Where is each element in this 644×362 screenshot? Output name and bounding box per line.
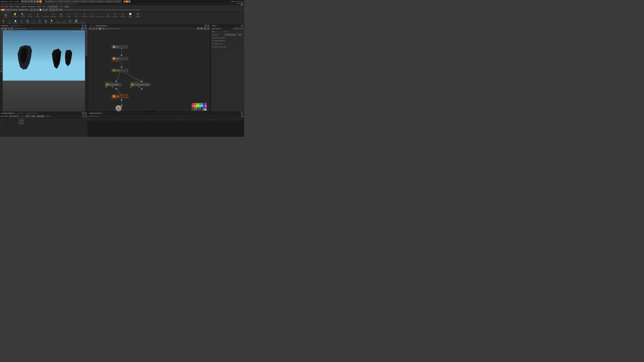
color-swatch[interactable]: [199, 105, 201, 107]
vp-tool-13[interactable]: ✦: [0, 59, 2, 61]
node-blast2[interactable]: ⚡ blast2 not: 0 1 2: [112, 95, 128, 99]
geo-icon-1[interactable]: ⊞: [9, 115, 11, 117]
shelf-rsgilight-btn[interactable]: ✦ RSGILight: [61, 18, 67, 24]
vp-right-8[interactable]: ⬆: [86, 47, 88, 49]
vp-expand-icon[interactable]: ⊞: [1, 27, 3, 30]
window-close-btn[interactable]: [124, 0, 126, 2]
color-swatch[interactable]: [205, 103, 206, 105]
node-rs-buildings-box[interactable]: ≈ RS_BUILDINGS: [105, 83, 122, 86]
vp-tool-select[interactable]: ↖: [0, 30, 2, 32]
color-swatch[interactable]: [199, 103, 201, 105]
vp-lock-icon[interactable]: 🔒: [4, 27, 7, 30]
geo-group-select[interactable]: View: [25, 115, 35, 118]
shelf-reviewxml-btn[interactable]: 📋 ReviewXML: [12, 18, 18, 24]
node-scatter1-box[interactable]: ⠿ scatter1: [112, 69, 128, 72]
node-blast1[interactable]: ⚡ blast1 not: selection: [112, 57, 128, 62]
geo-help-icon[interactable]: ?: [82, 115, 84, 117]
view-icon[interactable]: 👁: [33, 8, 36, 11]
vp-tool-transform[interactable]: ⤢: [0, 35, 2, 37]
color-swatch[interactable]: [201, 109, 203, 110]
light-btn[interactable]: ⬡ Light: [72, 12, 80, 18]
ng-canvas[interactable]: Indie Edition Geometry RRCG RRCG RRCG RR…: [88, 30, 210, 112]
vp-right-3[interactable]: ⤢: [86, 35, 88, 37]
props-icon-1[interactable]: ⚙: [212, 27, 214, 30]
geo-row-0[interactable]: 0 /media/tric...: [0, 120, 88, 121]
volume-light-btn[interactable]: ○ Volume Light: [42, 12, 50, 18]
vp-tool-10[interactable]: ▽: [0, 52, 2, 54]
menu-windows[interactable]: Windows: [20, 6, 27, 7]
ng-add-tab[interactable]: +: [108, 25, 110, 27]
cam-label[interactable]: ▾: [78, 31, 78, 32]
switcher-btn[interactable]: ⟳ Switches: [112, 12, 119, 18]
display-icon[interactable]: □: [55, 8, 58, 11]
props-icon-5[interactable]: ⚙: [241, 27, 244, 30]
tab-tricecold2[interactable]: tricecold Wor...: [72, 0, 80, 3]
delete-unused-groups-checkbox[interactable]: [212, 46, 214, 48]
viewport-canvas[interactable]: ↖ 👁 ⤢ ↺ ⤡ ⊕ ◈ □ △ ▽ ◯ ⬡ ✦ ⤣ ⊞ ∿ ⟳ 🔊: [0, 30, 88, 112]
vp-tool-8[interactable]: □: [0, 47, 2, 49]
gamepad-camera-btn[interactable]: 🎮 Gamepad Camera: [134, 12, 142, 18]
menu-edit[interactable]: Edit: [4, 6, 8, 7]
workspace-icon[interactable]: ⊞: [240, 3, 243, 5]
geometry-light-btn[interactable]: ◈ Geometry: [34, 12, 42, 18]
shelf-octree-btn[interactable]: 🌲 OcTree: [18, 18, 24, 24]
vp-tool-12[interactable]: ⬡: [0, 56, 2, 58]
vp-tool-rotate[interactable]: ↺: [0, 37, 2, 39]
ng-search-icon[interactable]: 🔍: [200, 27, 203, 30]
spot-light-btn[interactable]: 🔦 Spot Light: [19, 12, 26, 18]
geo-icon-4[interactable]: ⚙: [16, 115, 19, 117]
shelf-objparms-btn[interactable]: ⚙ ObjParms: [36, 18, 42, 24]
node-rs-buildings[interactable]: Attribute Wrangle ≈ RS_BUILDINGS: [105, 82, 122, 87]
tab-render[interactable]: render: [57, 0, 63, 3]
node-scatter1[interactable]: ⠿ scatter1: [112, 69, 128, 72]
color-swatch[interactable]: [194, 103, 196, 105]
shelf-rslightfilter-btn[interactable]: 🔳 RSLightFilter: [73, 18, 79, 24]
vr-cameras-btn[interactable]: 👁 VR Cameras: [119, 12, 126, 18]
layout-icon[interactable]: ⊞: [45, 8, 48, 11]
vp-tool-scale[interactable]: ⤡: [0, 40, 2, 42]
task-graph-tab[interactable]: Task Graph Table: [10, 25, 21, 26]
houdini-icon[interactable]: H: [39, 0, 42, 3]
tab-elinfallen[interactable]: EInFalInk_...: [89, 0, 96, 3]
color-swatch[interactable]: [199, 109, 201, 110]
props-grouptype-select[interactable]: Guess from Group: [224, 33, 242, 36]
ng-back-icon[interactable]: ←: [89, 27, 92, 30]
tab-citywalls[interactable]: icityWalls_W...: [105, 0, 113, 3]
panel-menu-icon[interactable]: ☰: [82, 25, 84, 27]
vp-tool-view[interactable]: 👁: [0, 33, 2, 35]
tab-simplescreen[interactable]: SimpleScreen...: [96, 0, 105, 3]
vp-tool-17[interactable]: ⟳: [0, 68, 2, 70]
ng-tab-1[interactable]: invis2: [88, 25, 94, 26]
window-min-btn[interactable]: [126, 0, 128, 2]
props-icon-3[interactable]: ⊞: [236, 27, 238, 30]
geo-tab-python[interactable]: Python Shell: [15, 112, 25, 114]
blast-tool-btn[interactable]: Blast: [1, 9, 5, 11]
add-panel-tab[interactable]: +: [21, 25, 24, 27]
node-instance1[interactable]: instance1 🔒 ⚙: [116, 105, 122, 112]
vp-right-9[interactable]: ⬇: [86, 49, 88, 51]
geo-options-icon[interactable]: ⚙: [85, 115, 87, 117]
window-max-btn[interactable]: [128, 0, 130, 2]
props-icon-4[interactable]: ?: [238, 27, 241, 30]
timeline-icon-1[interactable]: ⚙: [241, 115, 244, 117]
vp-right-2[interactable]: ⊟: [86, 33, 88, 35]
tab-scifi[interactable]: [Sci_Fi_Cha...: [114, 0, 122, 3]
color-swatch[interactable]: [203, 105, 204, 107]
geo-menu-icon[interactable]: ☰: [82, 112, 84, 114]
color-swatch[interactable]: [205, 109, 206, 110]
nocam-label[interactable]: No cam: [79, 31, 83, 32]
vp-right-1[interactable]: ⊞: [86, 30, 88, 32]
shelf-curvforms-btn[interactable]: 〜 CurvForms: [30, 18, 36, 24]
vp-right-4[interactable]: ▲: [86, 37, 88, 39]
color-swatch[interactable]: [203, 109, 204, 110]
geo-table-container[interactable]: instancefile 0 /media/tric... 1 /media/t…: [0, 118, 88, 137]
app-icon-5[interactable]: 🌐: [33, 0, 36, 3]
camera-btn[interactable]: 📷 Camera: [2, 12, 10, 18]
select-icon[interactable]: ↖: [30, 8, 33, 11]
vp-help-icon[interactable]: ?: [84, 27, 87, 30]
vp-anim-icon[interactable]: ▶: [11, 27, 14, 30]
scene-view-tab[interactable]: Scene View: [0, 25, 10, 26]
color-swatch[interactable]: [201, 107, 203, 109]
menu-renderman[interactable]: RenderMan: [27, 6, 36, 7]
render-view-icon[interactable]: ⬜: [39, 8, 42, 11]
